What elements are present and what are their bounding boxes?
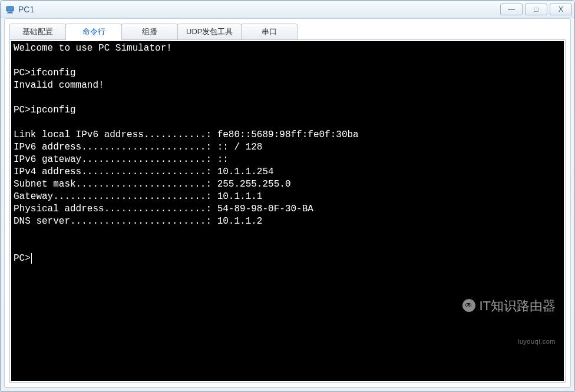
terminal-line: PC>ipconfig bbox=[14, 105, 76, 115]
terminal-line: DNS server........................: 10.1… bbox=[14, 216, 262, 227]
window-title: PC1 bbox=[18, 5, 500, 14]
tab-label: 基础配置 bbox=[22, 26, 53, 37]
watermark: ෧ IT知识路由器 luyouqi.com bbox=[462, 274, 556, 373]
tab-multicast[interactable]: 组播 bbox=[121, 24, 178, 40]
watermark-text: IT知识路由器 bbox=[479, 300, 556, 312]
tab-serial[interactable]: 串口 bbox=[241, 24, 298, 40]
watermark-sub: luyouqi.com bbox=[462, 335, 556, 348]
minimize-button[interactable]: — bbox=[500, 4, 523, 15]
tab-udp-tool[interactable]: UDP发包工具 bbox=[177, 24, 242, 40]
terminal-prompt: PC> bbox=[14, 253, 31, 264]
pc-icon bbox=[5, 5, 15, 14]
tab-label: 组播 bbox=[142, 26, 157, 37]
tab-label: UDP发包工具 bbox=[186, 26, 233, 37]
app-window: PC1 — □ X 基础配置 命令行 组播 UDP发包工具 串口 Welcome… bbox=[0, 0, 575, 392]
svg-rect-2 bbox=[7, 12, 13, 13]
terminal-line: IPv6 address......................: :: /… bbox=[14, 142, 262, 152]
terminal-cursor bbox=[31, 253, 32, 264]
tab-label: 命令行 bbox=[82, 26, 105, 37]
titlebar[interactable]: PC1 — □ X bbox=[1, 1, 574, 18]
terminal-line: Invalid command! bbox=[14, 80, 104, 91]
window-controls: — □ X bbox=[500, 4, 572, 15]
client-area: 基础配置 命令行 组播 UDP发包工具 串口 Welcome to use PC… bbox=[4, 18, 571, 388]
tab-bar: 基础配置 命令行 组播 UDP发包工具 串口 bbox=[9, 24, 566, 40]
tab-basic-config[interactable]: 基础配置 bbox=[9, 24, 66, 40]
svg-rect-0 bbox=[6, 6, 14, 11]
svg-rect-1 bbox=[8, 12, 12, 13]
terminal-line: PC>ifconfig bbox=[14, 68, 76, 78]
tab-label: 串口 bbox=[262, 26, 277, 37]
terminal-line: Physical address..................: 54-8… bbox=[14, 204, 313, 214]
terminal-line: IPv6 gateway......................: :: bbox=[14, 154, 229, 165]
wechat-icon: ෧ bbox=[462, 299, 475, 312]
terminal-line: Subnet mask.......................: 255.… bbox=[14, 179, 290, 190]
tab-cli[interactable]: 命令行 bbox=[65, 24, 122, 40]
terminal-container: Welcome to use PC Simulator! PC>ifconfig… bbox=[9, 39, 566, 383]
maximize-button[interactable]: □ bbox=[525, 4, 547, 15]
terminal[interactable]: Welcome to use PC Simulator! PC>ifconfig… bbox=[11, 41, 564, 381]
terminal-line: IPv4 address......................: 10.1… bbox=[14, 167, 274, 177]
terminal-line: Link local IPv6 address...........: fe80… bbox=[14, 129, 359, 140]
terminal-line: Welcome to use PC Simulator! bbox=[14, 43, 172, 54]
close-button[interactable]: X bbox=[550, 4, 572, 15]
terminal-line: Gateway...........................: 10.1… bbox=[14, 191, 262, 202]
